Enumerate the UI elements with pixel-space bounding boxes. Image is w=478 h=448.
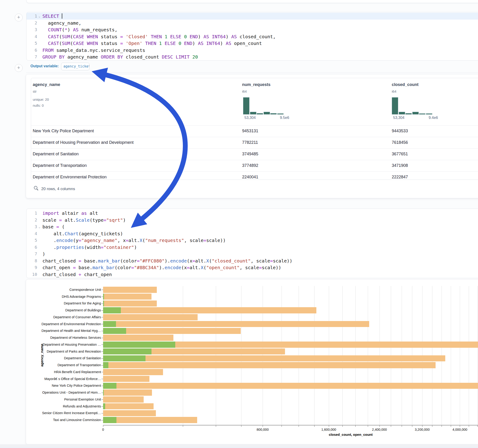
column-header-agency_name[interactable]: agency_name [33,82,60,87]
sql-code-cell[interactable]: 1⌄SELECT 2 agency_name,3 COUNT(*) AS num… [26,12,478,61]
chart-bar-closed_count [103,369,163,375]
chart-y-tick [101,372,103,372]
column-stat: unique: 20 [33,98,49,101]
line-number: 6 [26,244,37,251]
chart-x-tick [412,425,412,427]
chart-y-tick [101,358,103,359]
python-cell-line-7[interactable]: 7) [26,250,478,257]
table-row-agency: Department of Housing Preservation and D… [33,140,133,145]
table-row-closed-count: 3677651 [392,152,408,156]
chart-y-tick [101,406,103,406]
chart-y-tick [101,338,103,338]
add-cell-button-top[interactable]: + [15,14,23,21]
chart-y-label: Mayorâ€ s Office of Special Enforce… [41,377,101,381]
chart-y-label: HRA Benefit Card Replacement [41,370,101,374]
chart-gridline [477,286,478,425]
row-separator [31,125,478,126]
table-row-count: 20 rows, 4 columns [41,187,75,191]
histogram-max-label: 9.4e6 [429,116,438,120]
sql-cell-line-1[interactable]: 1⌄SELECT [26,13,478,20]
histogram-bar [412,112,419,115]
chart-bar-open_count [103,348,151,355]
python-cell-line-9[interactable]: 9chart_open = base.mark_bar(color="#8BC3… [26,264,478,271]
chart-y-label: Department of Homeless Services [41,336,101,339]
chart-bar-closed_count [103,287,157,293]
line-number: 5 [26,237,37,244]
sql-cell-line-7[interactable]: 7GROUP BY agency_name ORDER BY closed_co… [26,53,478,60]
line-number: 1 [26,210,37,217]
histogram-bar [405,113,412,115]
table-row-num-requests: 7782211 [242,140,258,145]
chart-y-label: Department of Sanitation [41,356,101,360]
row-separator [31,148,478,149]
python-cell-line-6[interactable]: 6 .properties(width="container") [26,244,478,251]
histogram-bar [264,112,270,115]
line-number: 5 [26,40,37,47]
chart-x-tick [469,425,469,427]
line-number: 4 [26,230,37,237]
chart-y-tick [101,420,103,420]
column-header-num_requests[interactable]: num_requests [242,82,270,87]
output-variable-chip[interactable]: agency_tickets [61,63,89,70]
chart-bar-closed_count [103,335,173,341]
sql-cell-line-5[interactable]: 5 CAST(SUM(CASE WHEN status = 'Open' THE… [26,40,478,47]
histogram-bar [270,113,277,115]
python-cell-line-3[interactable]: 3⌄base = ( [26,223,478,230]
output-variable-strip: Output variable: agency_tickets [26,61,478,73]
chart-y-label: Department of Buildings [41,309,101,312]
chart-x-tick [432,425,432,427]
add-cell-button-output[interactable]: + [15,64,23,72]
sql-cell-line-2[interactable]: 2 agency_name, [26,20,478,26]
sql-cell-line-3[interactable]: 3 COUNT(*) AS num_requests, [26,26,478,33]
chart-y-axis-title: agency_name [40,344,44,367]
sql-cell-line-4[interactable]: 4 CAST(SUM(CASE WHEN status = 'Closed' T… [26,33,478,40]
chart-output-card: Correspondence UnitDHS Advantage Program… [26,279,478,444]
histogram-bar [250,112,256,115]
line-number: 7 [26,250,37,257]
chart-x-tick [391,425,391,427]
chart-gridline [460,286,460,425]
fold-chevron-icon[interactable]: ⌄ [38,224,40,230]
table-row-num-requests: 9453131 [242,129,258,133]
chart-y-label: Correspondence Unit [41,288,101,292]
chart-x-tick [477,425,478,427]
chart-y-label: Personal Exemption Unit [41,398,101,401]
dataframe-table: agency_namestrunique: 20nulls: 0num_requ… [31,78,478,180]
chart-y-label: Refunds and Adjustments [41,405,101,408]
chart-x-tick [441,425,442,427]
chart-gridline [451,286,451,425]
chart-bar-open_count [103,389,104,396]
sql-cell-line-6[interactable]: 6FROM sample_data.nyc.service_requests [26,47,478,54]
chart-x-tick [241,425,241,427]
python-cell-line-4[interactable]: 4 alt.Chart(agency_tickets) [26,230,478,237]
chart-x-tick-label: 1,600,000 [321,428,336,431]
python-cell-line-2[interactable]: 2scale = alt.Scale(type="sqrt") [26,217,478,224]
page-bottom-band [0,444,478,447]
python-cell-line-8[interactable]: 8chart_closed = base.mark_bar(color="#FF… [26,257,478,264]
line-number: 3 [26,223,37,230]
chart-bar-closed_count [103,410,156,417]
chart-y-label: Department of Housing Preservation … [41,343,101,346]
chart-bar-closed_count [103,355,445,361]
table-row-closed-count: 3471908 [392,163,408,168]
table-row-agency: Department of Sanitation [33,152,79,156]
histogram-bar [277,113,284,115]
histogram-bar [257,113,263,115]
column-type: str [33,89,37,93]
chart-y-label: Operations Unit - Department of Hom… [41,391,101,394]
chart-x-tick [183,425,183,427]
python-cell-line-5[interactable]: 5 .encode(y="agency_name", x=alt.X("num_… [26,237,478,244]
chart-x-axis-title: closed_count, open_count [329,433,373,436]
chart-y-label: Department for the Aging [41,302,101,305]
fold-chevron-icon[interactable]: ⌄ [38,13,40,20]
python-code-cell[interactable]: 1import altair as alt2scale = alt.Scale(… [26,209,478,278]
column-header-closed_count[interactable]: closed_count [392,82,419,87]
chart-bar-closed_count [103,396,144,403]
chart-bar-closed_count [103,362,436,368]
chart-x-tick [299,425,299,427]
chart-bar-closed_count [103,376,149,382]
row-separator [31,160,478,160]
python-cell-line-10[interactable]: 10chart_closed + chart_open [26,271,478,278]
python-cell-line-1[interactable]: 1import altair as alt [26,210,478,217]
search-icon[interactable] [34,186,39,192]
